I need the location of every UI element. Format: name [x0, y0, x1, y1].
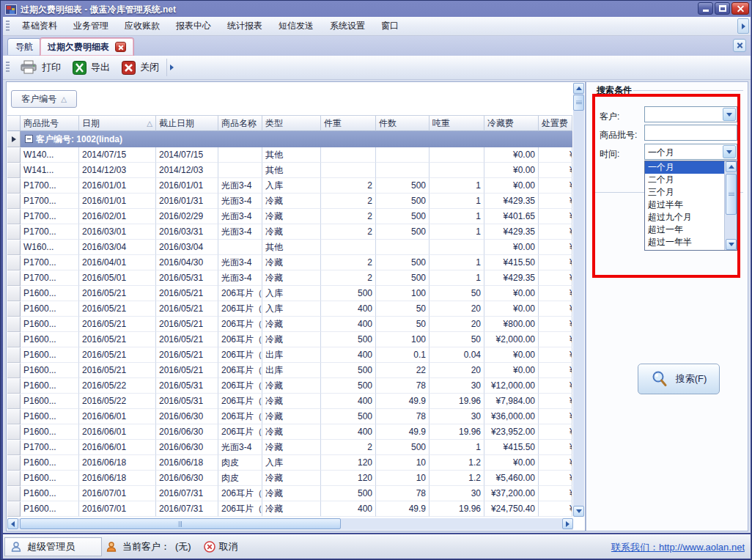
tab-navigation[interactable]: 导航 [7, 38, 41, 55]
column-header[interactable]: 件重 [321, 115, 376, 131]
column-header[interactable]: 商品批号 [21, 115, 79, 131]
maximize-button[interactable] [715, 2, 730, 15]
column-header[interactable]: 件数 [376, 115, 430, 131]
dropdown-scroll-thumb[interactable] [726, 174, 737, 215]
table-row[interactable]: P1600...2016/05/212016/05/21206耳片（...冷藏5… [7, 332, 573, 347]
table-row[interactable]: P1700...2016/05/012016/05/31光面3-4冷藏25001… [7, 270, 573, 286]
table-row[interactable]: P1600...2016/06/182016/06/18肉皮入库120101.2… [7, 455, 573, 471]
table-row[interactable]: P1600...2016/05/212016/05/21206耳片（...出库4… [7, 347, 573, 363]
menu-item[interactable]: 系统设置 [322, 17, 373, 35]
table-row[interactable]: P1600...2016/05/212016/05/21206耳片（...冷藏4… [7, 317, 573, 332]
horizontal-scroll-thumb[interactable] [20, 518, 341, 529]
scroll-down-button[interactable] [573, 506, 584, 517]
table-row[interactable]: P1600...2016/06/012016/06/30206耳片（...冷藏5… [7, 409, 573, 424]
header-corner [7, 115, 21, 131]
scroll-up-button[interactable] [726, 161, 737, 172]
dropdown-option[interactable]: 二个月 [645, 174, 724, 186]
print-button[interactable]: 打印 [14, 57, 67, 78]
close-report-button[interactable]: 关闭 [116, 58, 165, 78]
cell: 206耳片（... [218, 347, 262, 363]
dropdown-option[interactable]: 超过九个月 [645, 211, 724, 224]
column-header[interactable]: 吨重 [430, 115, 484, 131]
scroll-up-button[interactable] [573, 83, 584, 94]
close-view-button[interactable] [733, 39, 746, 52]
toolbar-overflow-button[interactable] [166, 59, 177, 76]
cell: 2016/05/21 [79, 317, 156, 332]
contact-link[interactable]: 联系我们：http://www.aolan.net [611, 541, 745, 554]
dropdown-option[interactable]: 一个月 [645, 161, 724, 174]
group-by-customer-button[interactable]: 客户编号 △ [11, 90, 77, 108]
cell: P1600... [21, 409, 79, 424]
search-button[interactable]: 搜索(F) [638, 364, 720, 394]
dropdown-option[interactable]: 超过一年 [645, 224, 724, 236]
menu-overflow-button[interactable] [737, 18, 749, 34]
collapse-group-button[interactable] [25, 135, 33, 143]
table-row[interactable]: P1700...2016/04/012016/04/30光面3-4冷藏25001… [7, 255, 573, 270]
cell: P1700... [21, 209, 79, 224]
group-row[interactable]: 客户编号: 1002(linda) [7, 131, 572, 147]
table-row[interactable]: W140...2014/07/152014/07/15其他¥0.00¥ [7, 147, 573, 163]
cancel-customer-button[interactable]: 取消 [204, 540, 238, 553]
table-row[interactable]: P1700...2016/06/012016/06/30光面3-4冷藏25001… [7, 440, 573, 455]
column-header[interactable]: 截止日期 [156, 115, 218, 131]
column-header[interactable]: 商品名称 [218, 115, 262, 131]
tab-close-button[interactable] [115, 42, 126, 52]
dropdown-scrollbar[interactable] [724, 161, 737, 250]
table-row[interactable]: W160...2016/03/042016/03/04其他¥0.00¥ [7, 240, 573, 255]
cell: 冷藏 [262, 394, 321, 409]
time-combo-dropdown-button[interactable] [723, 145, 736, 158]
menu-item[interactable]: 统计报表 [219, 17, 270, 35]
tab-overdue-report[interactable]: 过期欠费明细表 [40, 37, 134, 56]
scroll-left-button[interactable] [7, 518, 18, 529]
table-row[interactable]: P1600...2016/07/012016/07/31206耳片（...冷藏4… [7, 501, 573, 517]
menu-item[interactable]: 业务管理 [65, 17, 117, 35]
column-header[interactable]: 日期△ [79, 115, 156, 131]
minimize-button[interactable] [698, 2, 713, 15]
table-row[interactable]: P1700...2016/01/012016/01/01光面3-4入库25001… [7, 178, 573, 194]
table-row[interactable]: P1600...2016/05/212016/05/21206耳片（...入库4… [7, 301, 573, 317]
menu-item[interactable]: 短信发送 [270, 17, 322, 35]
cell: ¥2,000.00 [484, 332, 539, 347]
scroll-right-button[interactable] [562, 518, 573, 529]
table-row[interactable]: P1600...2016/06/182016/06/30肉皮冷藏120101.2… [7, 471, 573, 486]
dropdown-option[interactable]: 超过一年半 [645, 236, 724, 248]
cell: 冷藏 [262, 194, 321, 209]
vertical-scroll-thumb[interactable] [573, 95, 584, 111]
scroll-down-button[interactable] [726, 239, 737, 250]
table-row[interactable]: P1600...2016/06/012016/06/30206耳片（...冷藏4… [7, 424, 573, 440]
menu-item[interactable]: 报表中心 [168, 17, 219, 35]
menu-item[interactable]: 基础资料 [14, 17, 65, 35]
table-row[interactable]: P1600...2016/05/222016/05/31206耳片（...冷藏5… [7, 378, 573, 394]
dropdown-option[interactable]: 超过半年 [645, 199, 724, 211]
row-indicator [7, 255, 21, 270]
table-row[interactable]: P1600...2016/07/012016/07/31206耳片（...冷藏5… [7, 486, 573, 501]
close-window-button[interactable] [731, 2, 749, 15]
toolbar-grip[interactable] [6, 62, 10, 73]
cell: 2014/12/03 [79, 163, 156, 178]
column-header[interactable]: 处置费 [539, 115, 572, 131]
cell: 2 [321, 178, 376, 194]
grid-horizontal-scrollbar[interactable] [7, 518, 573, 530]
dropdown-option[interactable]: 三个月 [645, 186, 724, 199]
customer-combo-dropdown-button[interactable] [723, 108, 736, 121]
grid-vertical-scrollbar[interactable] [573, 83, 584, 517]
menu-item[interactable]: 窗口 [373, 17, 407, 35]
table-row[interactable]: P1700...2016/02/012016/02/29光面3-4冷藏25001… [7, 209, 573, 224]
column-header[interactable]: 冷藏费 [484, 115, 539, 131]
table-row[interactable]: P1700...2016/01/012016/01/31光面3-4冷藏25001… [7, 194, 573, 209]
menu-item[interactable]: 应收账款 [117, 17, 168, 35]
export-button[interactable]: 导出 [67, 58, 116, 78]
table-row[interactable]: P1600...2016/05/222016/05/31206耳片（...冷藏4… [7, 394, 573, 409]
table-row[interactable]: P1600...2016/05/212016/05/21206耳片（...入库5… [7, 286, 573, 301]
cell: 2016/03/04 [156, 240, 218, 255]
table-row[interactable]: P1600...2016/05/212016/05/21206耳片（...出库5… [7, 363, 573, 378]
menu-grip[interactable] [6, 21, 10, 32]
customer-combo[interactable] [644, 106, 737, 122]
batch-no-input[interactable] [644, 125, 737, 141]
column-header[interactable]: 类型 [262, 115, 321, 131]
table-row[interactable]: W141...2014/12/032014/12/03其他¥0.00¥ [7, 163, 573, 178]
cell: 入库 [262, 455, 321, 471]
clipped-fee-value: ¥ [569, 424, 572, 439]
time-combo[interactable]: 一个月 [644, 144, 737, 160]
table-row[interactable]: P1700...2016/03/012016/03/31光面3-4冷藏25001… [7, 224, 573, 240]
